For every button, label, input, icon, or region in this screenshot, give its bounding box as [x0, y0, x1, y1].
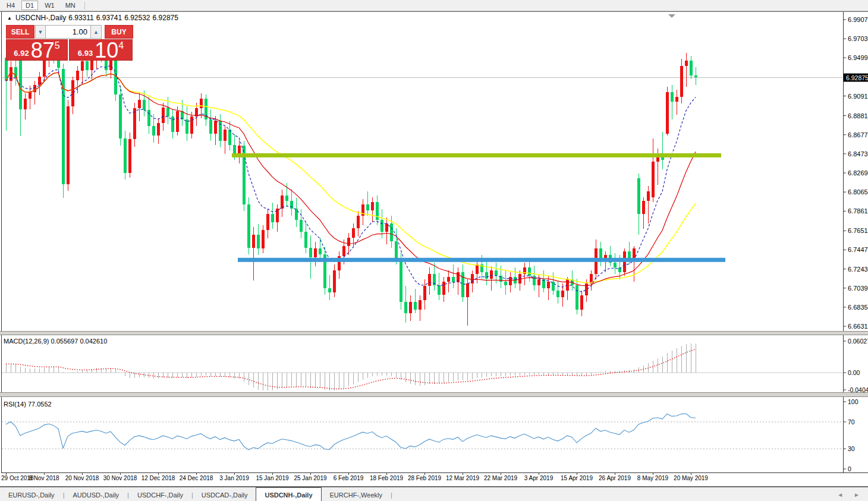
tab-scroll-right-icon[interactable]: ► [854, 491, 860, 498]
svg-text:30: 30 [848, 445, 855, 452]
svg-text:6.86770: 6.86770 [848, 131, 868, 138]
svg-text:6.70390: 6.70390 [848, 285, 868, 292]
ma-mid-red-line [6, 72, 696, 286]
buy-button[interactable]: BUY [105, 25, 133, 39]
svg-text:-0.040412: -0.040412 [848, 386, 868, 393]
svg-text:3 Apr 2019: 3 Apr 2019 [524, 475, 553, 481]
svg-text:20 May 2019: 20 May 2019 [674, 475, 708, 481]
sell-price-point: 5 [55, 40, 60, 51]
svg-text:22 Mar 2019: 22 Mar 2019 [484, 475, 518, 481]
svg-text:8 Nov 2018: 8 Nov 2018 [29, 475, 59, 481]
toolbar-divider [84, 2, 85, 10]
tab-scroll-left-icon[interactable]: ◄ [837, 491, 843, 498]
support-trendline[interactable] [238, 258, 725, 262]
quote-open: 6.93311 [68, 14, 94, 22]
tab-usdcad-daily[interactable]: USDCAD-,Daily [193, 487, 256, 501]
main-price-pane [2, 36, 843, 326]
svg-text:24 Dec 2018: 24 Dec 2018 [180, 475, 213, 481]
rsi-indicator-label: RSI(14) 77.0552 [4, 401, 52, 408]
svg-text:6.99070: 6.99070 [848, 16, 868, 23]
ma-slow-yellow-line [6, 72, 696, 283]
macd-pane [2, 344, 843, 391]
quote-low: 6.92532 [124, 14, 150, 22]
volume-input[interactable] [46, 25, 91, 39]
sell-button[interactable]: SELL [6, 25, 34, 39]
quote-close: 6.92875 [153, 14, 178, 22]
svg-text:0.060274: 0.060274 [848, 338, 868, 345]
svg-text:25 Jan 2019: 25 Jan 2019 [294, 475, 326, 481]
volume-decrease-button[interactable]: ▼ [35, 25, 46, 39]
svg-text:0.00: 0.00 [848, 369, 860, 376]
timeframe-h4-button[interactable]: H4 [2, 1, 19, 10]
svg-text:15 Apr 2019: 15 Apr 2019 [561, 475, 593, 481]
svg-text:20 Nov 2018: 20 Nov 2018 [65, 475, 99, 481]
tab-eurchf-weekly[interactable]: EURCHF-,Weekly [322, 487, 391, 501]
collapse-panel-icon[interactable]: ▲ [7, 15, 12, 21]
svg-text:6.76510: 6.76510 [848, 227, 868, 234]
macd-histogram [7, 344, 696, 391]
svg-text:6.94990: 6.94990 [848, 54, 868, 61]
buy-price-point: 4 [118, 40, 124, 51]
tab-separator: | [391, 487, 392, 501]
svg-text:70: 70 [848, 418, 855, 426]
svg-text:6.90910: 6.90910 [848, 93, 868, 100]
date-axis: 29 Oct 20188 Nov 201820 Nov 201830 Nov 2… [1, 472, 708, 481]
chart-tab-bar: EURUSD-,Daily | AUDUSD-,Daily | USDCHF-,… [0, 486, 868, 501]
buy-price-pips: 10 [95, 40, 118, 60]
svg-text:0: 0 [848, 465, 851, 472]
svg-text:100: 100 [848, 398, 858, 405]
rsi-line [6, 414, 696, 450]
trading-platform-window: H4 D1 W1 MN 6.990706.970306.949906.90910… [0, 0, 868, 501]
resistance-trendline[interactable] [232, 153, 721, 157]
svg-text:30 Nov 2018: 30 Nov 2018 [103, 475, 137, 481]
svg-text:12 Dec 2018: 12 Dec 2018 [141, 475, 175, 481]
price-chart-canvas[interactable]: 6.990706.970306.949906.909106.888106.867… [0, 0, 868, 501]
macd-signal-line [6, 349, 696, 389]
quote-high: 6.93741 [96, 14, 122, 22]
tab-audusd-daily[interactable]: AUDUSD-,Daily [64, 487, 127, 501]
svg-text:12 Mar 2019: 12 Mar 2019 [446, 475, 480, 481]
svg-text:6.84730: 6.84730 [848, 150, 868, 157]
svg-text:3 Jan 2019: 3 Jan 2019 [219, 475, 249, 481]
one-click-trading-panel: SELL ▼ ▲ BUY 6.92 87 5 6.93 10 4 [6, 25, 133, 61]
svg-text:6.68350: 6.68350 [848, 304, 868, 311]
sell-price-pips: 87 [31, 40, 55, 60]
triangle-down-icon: ▼ [38, 29, 43, 35]
tab-usdchf-daily[interactable]: USDCHF-,Daily [129, 487, 191, 501]
svg-text:18 Feb 2019: 18 Feb 2019 [370, 475, 404, 481]
timeframe-mn-button[interactable]: MN [61, 1, 80, 10]
svg-text:26 Apr 2019: 26 Apr 2019 [599, 475, 631, 481]
svg-text:28 Feb 2019: 28 Feb 2019 [408, 475, 442, 481]
buy-price-display[interactable]: 6.93 10 4 [69, 39, 133, 61]
svg-text:15 Jan 2019: 15 Jan 2019 [256, 475, 288, 481]
tab-eurusd-daily[interactable]: EURUSD-,Daily [0, 487, 63, 501]
svg-text:6.97030: 6.97030 [848, 35, 868, 42]
svg-text:6.88810: 6.88810 [848, 112, 868, 119]
price-axis: 6.990706.970306.949906.909106.888106.867… [843, 16, 868, 330]
tab-usdcnh-daily[interactable]: USDCNH-,Daily [256, 487, 321, 501]
sell-price-display[interactable]: 6.92 87 5 [6, 39, 68, 61]
chart-symbol-title: USDCNH-,Daily [15, 14, 66, 22]
macd-indicator-label: MACD(12,26,9) 0.055697 0.042610 [4, 338, 107, 345]
chart-title-row: ▲USDCNH-,Daily6.933116.937416.925326.928… [7, 14, 181, 22]
svg-text:6.66310: 6.66310 [848, 323, 868, 330]
svg-text:6.82690: 6.82690 [848, 169, 868, 177]
svg-text:6.78610: 6.78610 [848, 207, 868, 215]
chart-shift-marker-icon[interactable] [668, 14, 675, 18]
sell-price-base: 6.92 [14, 49, 29, 58]
svg-text:6.72430: 6.72430 [848, 266, 868, 273]
svg-text:8 May 2019: 8 May 2019 [637, 475, 669, 481]
timeframe-toolbar: H4 D1 W1 MN [0, 0, 868, 11]
triangle-up-icon: ▲ [93, 29, 99, 35]
buy-price-base: 6.93 [78, 49, 93, 58]
svg-text:6.74470: 6.74470 [848, 246, 868, 253]
svg-text:6.92875: 6.92875 [846, 74, 868, 81]
svg-text:6.80650: 6.80650 [848, 188, 868, 196]
svg-text:6 Feb 2019: 6 Feb 2019 [334, 475, 364, 481]
timeframe-d1-button[interactable]: D1 [21, 1, 38, 10]
volume-increase-button[interactable]: ▲ [91, 25, 102, 39]
rsi-pane [2, 414, 843, 450]
timeframe-w1-button[interactable]: W1 [40, 1, 59, 10]
